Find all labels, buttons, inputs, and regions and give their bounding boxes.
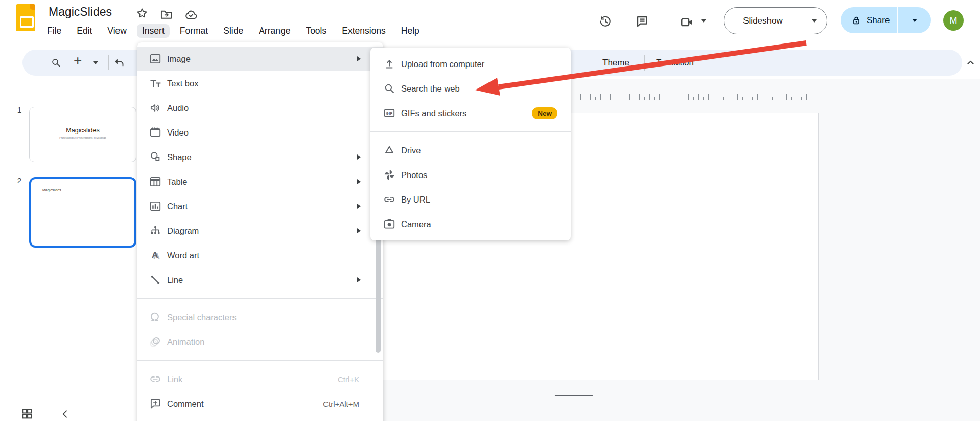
cloud-status-icon[interactable] <box>183 8 198 23</box>
slideshow-button[interactable]: Slideshow <box>724 7 827 34</box>
slide-2-title: Magicslides <box>42 188 61 192</box>
menubar-item-insert[interactable]: Insert <box>137 24 170 38</box>
add-icon[interactable]: + <box>74 53 82 69</box>
menu-item-table[interactable]: Table <box>137 169 383 194</box>
lock-icon <box>851 15 862 26</box>
grid-view-icon[interactable] <box>20 407 33 420</box>
menu-item-chart[interactable]: Chart <box>137 194 383 218</box>
menubar-item-arrange[interactable]: Arrange <box>253 24 295 38</box>
submenu-item-upload[interactable]: Upload from computer <box>370 52 571 76</box>
collapse-toolbar-icon[interactable] <box>964 56 977 69</box>
slide-1-number: 1 <box>14 105 25 115</box>
slideshow-dropdown[interactable] <box>802 19 827 23</box>
comments-icon[interactable] <box>635 14 649 28</box>
menu-item-comment[interactable]: Comment Ctrl+Alt+M <box>137 391 383 416</box>
menu-item-word-art[interactable]: AA Word art <box>137 243 383 268</box>
menu-item-video[interactable]: Video <box>137 120 383 145</box>
submenu-arrow-icon <box>357 228 361 233</box>
submenu-arrow-icon <box>357 56 361 61</box>
video-icon <box>149 126 162 139</box>
menu-item-animation[interactable]: Animation <box>137 329 383 354</box>
toolbar-divider-2 <box>644 55 645 71</box>
slide-1-title: Magicslides <box>30 127 136 134</box>
document-title[interactable]: MagicSlides <box>49 5 112 19</box>
menu-item-audio[interactable]: Audio <box>137 96 383 120</box>
menubar-item-tools[interactable]: Tools <box>300 24 332 38</box>
menubar-item-extensions[interactable]: Extensions <box>337 24 391 38</box>
star-icon[interactable] <box>135 7 149 20</box>
theme-button[interactable]: Theme <box>602 50 629 76</box>
menu-item-special-characters[interactable]: Special characters <box>137 305 383 329</box>
join-call-icon[interactable] <box>680 15 694 30</box>
photos-icon <box>383 168 396 182</box>
menu-item-chart-label: Chart <box>167 202 188 211</box>
camera-icon <box>383 217 396 231</box>
transition-button[interactable]: Transition <box>656 50 694 76</box>
add-dropdown-caret[interactable] <box>93 61 98 64</box>
slide-2-thumbnail-selected[interactable]: Magicslides <box>29 177 136 248</box>
menubar-item-view[interactable]: View <box>102 24 132 38</box>
submenu-arrow-icon <box>357 154 361 160</box>
menu-item-line-label: Line <box>167 275 183 285</box>
previous-slide-icon[interactable] <box>59 408 71 420</box>
submenu-item-drive[interactable]: Drive <box>370 138 571 163</box>
menu-item-image[interactable]: Image <box>137 47 383 71</box>
avatar[interactable]: M <box>943 10 964 31</box>
chart-icon <box>149 200 162 213</box>
comment-shortcut: Ctrl+Alt+M <box>323 400 359 408</box>
menu-item-table-label: Table <box>167 177 187 187</box>
menu-item-line[interactable]: Line <box>137 268 383 292</box>
new-badge: New <box>532 107 557 119</box>
submenu-item-photos-label: Photos <box>401 170 427 180</box>
menubar: File Edit View Insert Format Slide Arran… <box>42 23 425 39</box>
submenu-item-gifs[interactable]: GIF GIFs and stickers New <box>370 101 571 125</box>
menu-separator <box>137 360 383 361</box>
menubar-item-edit[interactable]: Edit <box>72 24 97 38</box>
menu-item-word-art-label: Word art <box>167 251 199 260</box>
menu-item-text-box-label: Text box <box>167 79 198 88</box>
submenu-arrow-icon <box>357 179 361 184</box>
menu-item-diagram[interactable]: Diagram <box>137 218 383 243</box>
slide-1-thumbnail[interactable]: Magicslides Professional AI Presentation… <box>29 107 136 162</box>
share-button[interactable]: Share <box>841 7 931 33</box>
slide-1-subtitle: Professional AI Presentations in Seconds <box>30 136 136 139</box>
call-dropdown-caret[interactable] <box>701 19 706 23</box>
submenu-arrow-icon <box>357 204 361 209</box>
comment-icon <box>149 397 162 410</box>
speaker-notes-handle[interactable] <box>555 395 593 396</box>
share-dropdown[interactable] <box>898 19 931 22</box>
search-icon[interactable] <box>50 57 62 69</box>
image-submenu: Upload from computer Search the web GIF … <box>370 48 571 240</box>
version-history-icon[interactable] <box>598 14 612 28</box>
svg-text:A: A <box>152 250 158 260</box>
menubar-item-help[interactable]: Help <box>396 24 425 38</box>
share-caret-icon <box>912 19 917 22</box>
insert-menu: Image Text box Audio Video Shape Table <box>137 42 383 421</box>
menu-item-shape[interactable]: Shape <box>137 145 383 169</box>
menu-item-text-box[interactable]: Text box <box>137 71 383 96</box>
menubar-item-slide[interactable]: Slide <box>218 24 248 38</box>
menubar-item-file[interactable]: File <box>42 24 66 38</box>
submenu-item-photos[interactable]: Photos <box>370 163 571 187</box>
submenu-item-search-web[interactable]: Search the web <box>370 76 571 101</box>
menubar-item-format[interactable]: Format <box>175 24 213 38</box>
menu-item-special-characters-label: Special characters <box>167 313 237 322</box>
undo-icon[interactable] <box>113 57 126 69</box>
word-art-icon: AA <box>149 249 162 262</box>
slides-logo-icon[interactable] <box>16 4 35 31</box>
submenu-item-gifs-label: GIFs and stickers <box>401 108 466 118</box>
menu-item-shape-label: Shape <box>167 152 192 162</box>
slideshow-label: Slideshow <box>724 16 802 26</box>
move-folder-icon[interactable] <box>159 8 173 21</box>
text-box-icon <box>149 77 162 90</box>
diagram-icon <box>149 224 162 237</box>
upload-icon <box>383 57 396 71</box>
menu-separator <box>137 298 383 299</box>
submenu-item-search-web-label: Search the web <box>401 84 460 94</box>
image-icon <box>149 52 162 65</box>
menu-item-link[interactable]: Link Ctrl+K <box>137 367 383 391</box>
menu-item-link-label: Link <box>167 374 182 384</box>
submenu-item-camera[interactable]: Camera <box>370 212 571 236</box>
link-icon <box>149 372 162 386</box>
submenu-item-by-url[interactable]: By URL <box>370 187 571 212</box>
